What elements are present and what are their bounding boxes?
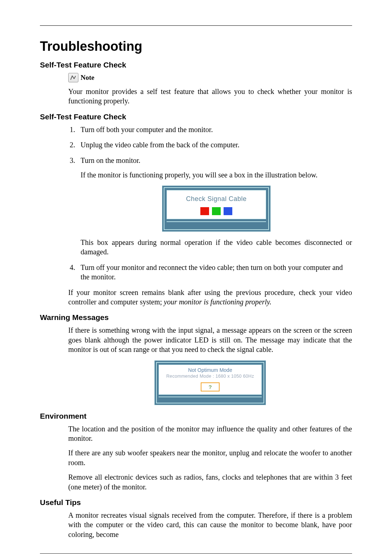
section-heading-selftest2: Self-Test Feature Check — [40, 112, 352, 121]
section-heading-tips: Useful Tips — [40, 498, 352, 507]
note-body-text: Your monitor provides a self test featur… — [68, 87, 352, 106]
tips-p1: A monitor recreates visual signals recei… — [68, 510, 352, 539]
step-1-text: Turn off both your computer and the moni… — [81, 126, 213, 134]
step-3-after: This box appears during normal operation… — [81, 238, 352, 257]
osd-box-outer: Check Signal Cable — [162, 185, 271, 232]
env-p3: Remove all electronic devices such as ra… — [68, 472, 352, 492]
osd2-box-frame: Not Optimum Mode Recommended Mode : 1680… — [156, 362, 264, 403]
osd2-question: ? — [201, 382, 220, 391]
note-row: Note — [68, 73, 352, 82]
section-body-tips: A monitor recreates visual signals recei… — [68, 510, 352, 539]
step-2-text: Unplug the video cable from the back of … — [81, 141, 240, 149]
steps-list: Turn off both your computer and the moni… — [40, 125, 352, 282]
step-3-text: Turn on the monitor. — [81, 156, 140, 164]
osd2-box-inner: Not Optimum Mode Recommended Mode : 1680… — [159, 365, 262, 395]
section-body-selftest1: Note Your monitor provides a self test f… — [68, 73, 352, 106]
osd-swatches — [169, 207, 264, 215]
osd2-line1: Not Optimum Mode — [160, 367, 260, 373]
note-label: Note — [81, 74, 94, 82]
figure-check-signal: Check Signal Cable — [81, 185, 352, 232]
osd2-line2: Recommended Mode : 1680 x 1050 60Hz — [160, 374, 260, 379]
swatch-green — [212, 207, 221, 215]
document-page: Troubleshooting Self-Test Feature Check … — [0, 0, 392, 554]
step-2: Unplug the video cable from the back of … — [77, 140, 352, 149]
page-title: Troubleshooting — [40, 39, 352, 54]
step-1: Turn off both your computer and the moni… — [77, 125, 352, 134]
section-heading-warning: Warning Messages — [40, 313, 352, 322]
figure-not-optimum: Not Optimum Mode Recommended Mode : 1680… — [68, 360, 352, 405]
section-body-warning: If there is something wrong with the inp… — [68, 325, 352, 405]
rule-top — [40, 25, 352, 26]
note-icon — [68, 73, 78, 82]
osd2-footer-bar — [159, 397, 262, 401]
closing-italic: your monitor is functioning properly. — [164, 298, 271, 306]
osd-box-frame: Check Signal Cable — [164, 187, 269, 230]
warning-body: If there is something wrong with the inp… — [68, 325, 352, 354]
osd-footer-bar — [167, 221, 266, 227]
selftest-closing: If your monitor screen remains blank aft… — [68, 288, 352, 307]
env-p1: The location and the position of the mon… — [68, 424, 352, 443]
osd2-box-outer: Not Optimum Mode Recommended Mode : 1680… — [154, 360, 266, 405]
section-heading-selftest1: Self-Test Feature Check — [40, 61, 352, 69]
osd-box-inner: Check Signal Cable — [167, 190, 266, 219]
closing-paragraph: If your monitor screen remains blank aft… — [68, 288, 352, 307]
swatch-blue — [224, 207, 232, 215]
step-4: Turn off your monitor and reconnect the … — [77, 263, 352, 282]
section-heading-environment: Environment — [40, 412, 352, 420]
env-p2: If there are any sub woofer speakers nea… — [68, 448, 352, 467]
step-4-text: Turn off your monitor and reconnect the … — [81, 263, 343, 281]
step-3: Turn on the monitor. If the monitor is f… — [77, 156, 352, 257]
section-body-environment: The location and the position of the mon… — [68, 424, 352, 492]
osd-message: Check Signal Cable — [169, 195, 264, 204]
swatch-red — [200, 207, 209, 215]
step-3-sub: If the monitor is functioning properly, … — [81, 170, 352, 180]
